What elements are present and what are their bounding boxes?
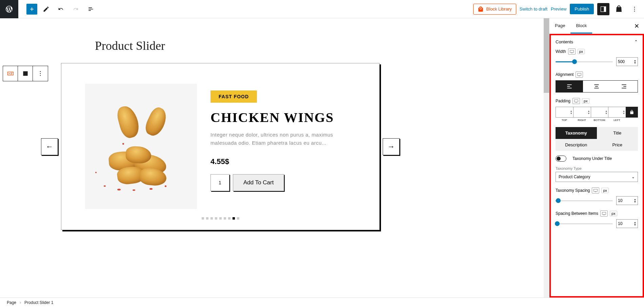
svg-rect-16 — [579, 76, 580, 76]
subtab-taxonomy[interactable]: Taxonomy — [556, 127, 597, 139]
breadcrumb-separator: › — [20, 300, 21, 305]
svg-rect-15 — [578, 73, 581, 76]
padding-right-input[interactable]: ▲▼ — [573, 107, 591, 118]
block-library-button[interactable]: Block Library — [473, 4, 516, 15]
add-block-button[interactable] — [26, 4, 37, 15]
subtab-price[interactable]: Price — [597, 139, 638, 151]
slider-dot[interactable] — [219, 217, 222, 220]
padding-top-input[interactable]: ▲▼ — [556, 107, 573, 118]
svg-point-10 — [40, 71, 41, 72]
product-slider-block[interactable]: ← → — [61, 63, 380, 230]
svg-rect-29 — [595, 192, 597, 192]
device-icon[interactable] — [576, 71, 583, 78]
taxonomy-spacing-label: Taxonomy Spacing — [556, 188, 590, 193]
settings-sidebar-toggle[interactable] — [597, 3, 609, 15]
spacing-between-input[interactable]: 10 ▲▼ — [616, 219, 638, 228]
slider-pagination — [85, 217, 356, 220]
svg-rect-20 — [595, 84, 599, 85]
slider-next-button[interactable]: → — [383, 138, 400, 155]
redo-button[interactable] — [70, 3, 82, 15]
tab-block[interactable]: Block — [570, 18, 592, 34]
block-type-icon[interactable] — [3, 66, 18, 81]
taxonomy-spacing-slider[interactable] — [556, 200, 613, 201]
publish-button[interactable]: Publish — [570, 4, 594, 14]
editor-scrollbar[interactable] — [544, 18, 549, 298]
align-left-button[interactable] — [556, 81, 583, 92]
top-toolbar: Block Library Switch to draft Preview Pu… — [0, 0, 644, 18]
width-label: Width — [556, 49, 566, 54]
svg-rect-9 — [23, 71, 27, 76]
slider-dot[interactable] — [215, 217, 217, 220]
wordpress-logo[interactable] — [0, 0, 18, 18]
list-view-button[interactable] — [85, 3, 97, 15]
product-image — [85, 84, 197, 209]
device-icon[interactable] — [592, 187, 599, 193]
svg-rect-28 — [594, 189, 598, 191]
svg-rect-17 — [567, 84, 571, 85]
svg-rect-25 — [622, 88, 626, 88]
slider-dot[interactable] — [206, 217, 208, 220]
more-options-button[interactable] — [628, 3, 641, 15]
edit-tool-button[interactable] — [40, 3, 52, 15]
settings-sidebar: Page Block ✕ Contents ⌃ Width px — [549, 18, 644, 298]
alignment-label: Alignment — [556, 72, 573, 77]
svg-rect-8 — [11, 74, 12, 74]
subtab-description[interactable]: Description — [556, 139, 597, 151]
device-icon[interactable] — [572, 98, 580, 104]
width-unit[interactable]: px — [578, 49, 585, 54]
block-library-label: Block Library — [486, 6, 512, 12]
slider-dot[interactable] — [202, 217, 204, 220]
product-title: CHICKEN WINGS — [210, 109, 356, 125]
quantity-input[interactable]: 1 — [210, 174, 229, 191]
padding-left-input[interactable]: ▲▼ — [608, 107, 626, 118]
align-right-button[interactable] — [610, 81, 638, 92]
svg-rect-21 — [595, 86, 598, 87]
padding-unit[interactable]: px — [582, 98, 589, 104]
spacing-between-slider[interactable] — [556, 223, 613, 224]
svg-rect-24 — [623, 86, 626, 87]
taxonomy-spacing-input[interactable]: 10 ▲▼ — [616, 196, 638, 205]
svg-rect-22 — [595, 88, 599, 88]
slider-dot[interactable] — [233, 217, 235, 220]
width-number-input[interactable]: 500 ▲▼ — [616, 57, 638, 66]
pad-top-label: TOP — [556, 119, 573, 122]
block-align-button[interactable] — [18, 66, 33, 81]
preview-button[interactable]: Preview — [551, 6, 566, 12]
taxonomy-under-title-toggle[interactable] — [556, 156, 566, 162]
taxonomy-spacing-unit[interactable]: px — [601, 188, 609, 193]
device-icon[interactable] — [568, 48, 576, 55]
block-more-button[interactable] — [33, 66, 48, 81]
width-slider[interactable] — [556, 61, 613, 62]
taxonomy-type-select[interactable]: Product Category ⌄ — [556, 172, 638, 182]
product-category-tag: FAST FOOD — [210, 90, 257, 103]
align-center-button[interactable] — [583, 81, 610, 92]
undo-button[interactable] — [55, 3, 67, 15]
svg-point-4 — [634, 11, 635, 12]
slider-dot[interactable] — [210, 217, 213, 220]
breadcrumb-block[interactable]: Product Slider 1 — [24, 300, 53, 305]
slider-prev-button[interactable]: ← — [41, 138, 58, 155]
panel-contents-header[interactable]: Contents ⌃ — [551, 35, 643, 48]
tab-page[interactable]: Page — [549, 18, 570, 34]
device-icon[interactable] — [600, 210, 608, 217]
spacing-between-unit[interactable]: px — [610, 211, 617, 216]
slider-dot[interactable] — [228, 217, 230, 220]
cart-icon[interactable] — [613, 3, 625, 15]
slider-dot[interactable] — [224, 217, 226, 220]
editor-canvas[interactable]: Product Slider ← → — [0, 18, 549, 298]
slider-dot[interactable] — [237, 217, 239, 220]
svg-rect-5 — [7, 72, 13, 75]
svg-point-3 — [634, 8, 635, 9]
block-toolbar — [3, 66, 48, 81]
padding-lock-button[interactable] — [626, 107, 638, 118]
subtab-title[interactable]: Title — [597, 127, 638, 139]
pad-right-label: RIGHT — [573, 119, 591, 122]
close-sidebar-button[interactable]: ✕ — [629, 22, 644, 30]
page-title[interactable]: Product Slider — [95, 39, 536, 53]
switch-to-draft-button[interactable]: Switch to draft — [520, 6, 547, 12]
padding-bottom-input[interactable]: ▲▼ — [591, 107, 608, 118]
svg-rect-31 — [603, 215, 605, 215]
product-price: 4.55$ — [210, 157, 356, 166]
add-to-cart-button[interactable]: Add To Cart — [233, 174, 284, 191]
breadcrumb-page[interactable]: Page — [7, 300, 16, 305]
